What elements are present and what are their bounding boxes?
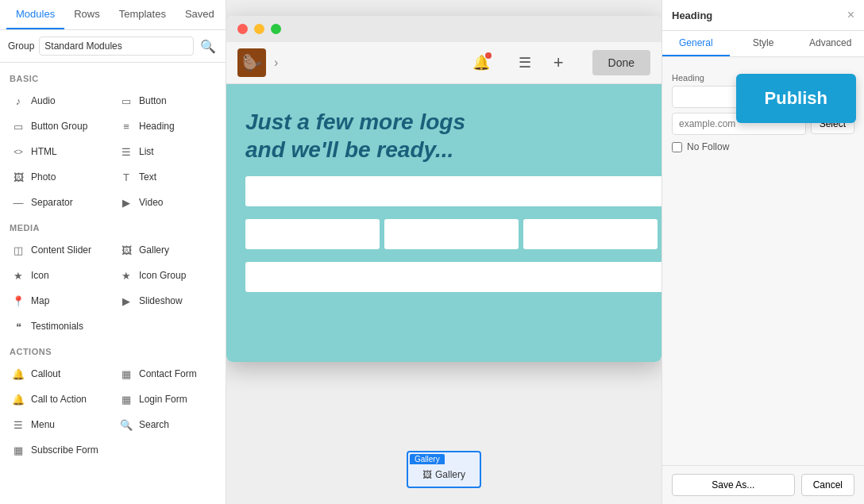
module-html-label: HTML xyxy=(31,146,57,157)
module-text-label: Text xyxy=(139,171,156,183)
no-follow-checkbox[interactable] xyxy=(672,142,682,152)
module-audio[interactable]: ♪ Audio xyxy=(5,88,113,113)
html-icon: <> xyxy=(11,144,25,159)
module-icon-group[interactable]: ★ Icon Group xyxy=(113,263,221,288)
modal-content: Just a few more logs and we'll be ready.… xyxy=(226,84,662,362)
done-button[interactable]: Done xyxy=(592,50,650,75)
sidebar-toolbar: Group Standard Modules 🔍 xyxy=(0,30,226,63)
tab-templates[interactable]: Templates xyxy=(110,0,176,29)
no-follow-label: No Follow xyxy=(687,141,729,152)
module-menu[interactable]: ☰ Menu xyxy=(5,412,113,437)
module-content-slider-label: Content Slider xyxy=(31,244,91,256)
module-callout-label: Callout xyxy=(31,368,60,379)
testimonials-icon: ❝ xyxy=(11,319,25,333)
module-testimonials[interactable]: ❝ Testimonials xyxy=(5,314,113,339)
form-input-q3[interactable] xyxy=(523,219,658,249)
module-gallery[interactable]: 🖼 Gallery xyxy=(113,237,221,263)
module-heading-label: Heading xyxy=(139,121,175,132)
module-icon[interactable]: ★ Icon xyxy=(5,263,113,288)
form-input-name[interactable] xyxy=(245,176,662,206)
actions-module-grid: 🔔 Callout ▦ Contact Form 🔔 Call to Actio… xyxy=(0,360,226,464)
sidebar-tabs: Modules Rows Templates Saved xyxy=(0,0,226,30)
modal-overlay: 🦫 › 🔔 ☰ + Done xyxy=(226,0,662,504)
main-area: 🦫 › 🔔 ☰ + Done xyxy=(226,0,662,504)
module-heading[interactable]: ≡ Heading xyxy=(113,113,221,139)
panel-tab-advanced[interactable]: Advanced xyxy=(796,31,864,56)
module-photo-label: Photo xyxy=(31,171,56,183)
traffic-light-yellow[interactable] xyxy=(254,24,264,34)
module-video-label: Video xyxy=(139,197,163,208)
modal-titlebar xyxy=(226,16,662,42)
list-icon: ☰ xyxy=(119,144,133,159)
menu-icon: ☰ xyxy=(11,417,25,432)
call-to-action-icon: 🔔 xyxy=(11,392,25,406)
module-map[interactable]: 📍 Map xyxy=(5,288,113,314)
tab-saved[interactable]: Saved xyxy=(176,0,224,29)
module-separator[interactable]: — Separator xyxy=(5,190,113,215)
modal-headline: Just a few more logs and we'll be ready.… xyxy=(245,108,662,164)
module-login-form-label: Login Form xyxy=(139,394,187,405)
module-audio-label: Audio xyxy=(31,95,56,106)
tab-modules[interactable]: Modules xyxy=(6,0,64,29)
no-follow-row: No Follow xyxy=(672,141,854,152)
search-button[interactable]: 🔍 xyxy=(199,37,218,56)
module-list[interactable]: ☰ List xyxy=(113,139,221,164)
module-list-label: List xyxy=(139,146,154,157)
module-login-form[interactable]: ▦ Login Form xyxy=(113,387,221,412)
module-text[interactable]: T Text xyxy=(113,164,221,190)
icon-group-icon: ★ xyxy=(119,268,133,283)
gallery-box[interactable]: Gallery 🖼 Gallery xyxy=(407,451,481,488)
module-button-group-label: Button Group xyxy=(31,121,87,132)
form-input-q2[interactable] xyxy=(384,219,519,249)
module-button[interactable]: ▭ Button xyxy=(113,88,221,113)
gallery-label: Gallery xyxy=(410,454,445,464)
save-as-button[interactable]: Save As... xyxy=(672,474,795,496)
button-icon: ▭ xyxy=(119,94,133,108)
section-actions-header: Actions xyxy=(0,340,226,360)
panel-tab-style[interactable]: Style xyxy=(730,31,797,56)
module-call-to-action[interactable]: 🔔 Call to Action xyxy=(5,387,113,412)
nav-chevron-icon: › xyxy=(274,56,278,70)
tab-rows[interactable]: Rows xyxy=(64,0,110,29)
panel-tab-general[interactable]: General xyxy=(662,31,730,56)
module-video[interactable]: ▶ Video xyxy=(113,190,221,215)
traffic-light-green[interactable] xyxy=(271,24,281,34)
module-menu-label: Menu xyxy=(31,419,55,430)
photo-icon: 🖼 xyxy=(11,170,25,184)
group-select[interactable]: Standard Modules xyxy=(39,37,194,56)
gallery-inner-label: Gallery xyxy=(435,469,465,480)
contact-form-icon: ▦ xyxy=(119,367,133,381)
headline-line2: and we'll be ready... xyxy=(245,136,662,164)
module-slideshow-label: Slideshow xyxy=(139,295,183,306)
module-html[interactable]: <> HTML xyxy=(5,139,113,164)
separator-icon: — xyxy=(11,195,25,210)
cancel-button[interactable]: Cancel xyxy=(801,474,854,496)
basic-module-grid: ♪ Audio ▭ Button ▭ Button Group ≡ Headin… xyxy=(0,87,226,217)
traffic-light-red[interactable] xyxy=(237,24,248,34)
form-input-q1[interactable] xyxy=(245,219,380,249)
module-slideshow[interactable]: ▶ Slideshow xyxy=(113,288,221,314)
form-input-email[interactable] xyxy=(245,262,662,292)
notification-dot xyxy=(485,52,492,59)
module-content-slider[interactable]: ◫ Content Slider xyxy=(5,237,113,263)
module-subscribe-form-label: Subscribe Form xyxy=(31,444,98,456)
module-button-group[interactable]: ▭ Button Group xyxy=(5,113,113,139)
gallery-inner: 🖼 Gallery xyxy=(410,464,478,485)
map-icon: 📍 xyxy=(11,294,25,308)
module-callout[interactable]: 🔔 Callout xyxy=(5,361,113,387)
modal: 🦫 › 🔔 ☰ + Done xyxy=(226,16,662,362)
publish-button[interactable]: Publish xyxy=(736,74,856,123)
notification-bell[interactable]: 🔔 xyxy=(472,54,490,71)
callout-icon: 🔔 xyxy=(11,367,25,381)
module-photo[interactable]: 🖼 Photo xyxy=(5,164,113,190)
nav-plus-icon[interactable]: + xyxy=(554,52,564,73)
module-separator-label: Separator xyxy=(31,197,73,208)
module-subscribe-form[interactable]: ▦ Subscribe Form xyxy=(5,437,113,463)
sidebar-content: Basic ♪ Audio ▭ Button ▭ Button Group ≡ … xyxy=(0,63,226,504)
nav-list-icon[interactable]: ☰ xyxy=(519,54,531,71)
subscribe-form-icon: ▦ xyxy=(11,443,25,457)
panel-close-button[interactable]: × xyxy=(847,8,854,22)
slideshow-icon: ▶ xyxy=(119,294,133,308)
module-search[interactable]: 🔍 Search xyxy=(113,412,221,437)
module-contact-form[interactable]: ▦ Contact Form xyxy=(113,361,221,387)
